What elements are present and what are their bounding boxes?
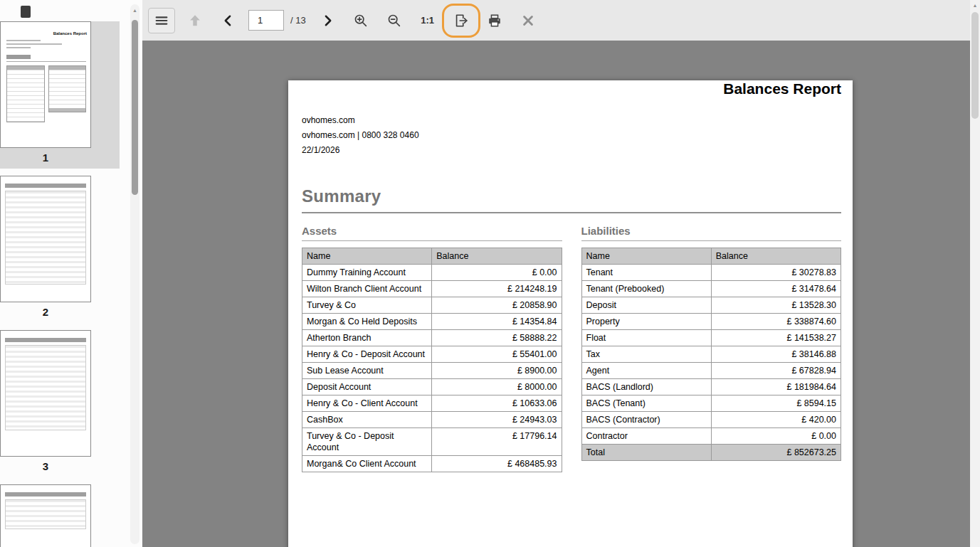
cell-name: Wilton Branch Client Account [302,281,432,297]
zoom-out-button[interactable] [381,8,408,33]
table-header-row: Name Balance [302,248,562,265]
table-row: Property£ 338874.60 [581,314,841,330]
report-viewer-window: Balances Report 1 [0,0,980,547]
table-row: Deposit Account£ 8000.00 [302,379,562,395]
thumbnail-page-4[interactable] [0,484,120,547]
cell-name: Morgan& Co Client Account [302,456,432,472]
cell-balance: £ 30278.83 [711,265,841,281]
thumbnail-page-number: 1 [0,148,91,169]
thumbnail-page-2[interactable]: 2 [0,176,120,323]
export-button[interactable] [448,8,475,33]
next-page-button[interactable] [314,8,341,33]
assets-heading: Assets [302,225,562,241]
thumb-mini-table [6,65,45,122]
cell-balance: £ 468485.93 [432,456,562,472]
thumbnail-page-1[interactable]: Balances Report 1 [0,21,120,169]
cell-balance: £ 338874.60 [711,314,841,330]
thumb-text-line [6,47,31,48]
liabilities-section: Liabilities Name Balance Tenant£ 30278.8… [581,225,842,472]
print-icon [487,13,502,28]
up-button[interactable] [181,8,209,33]
sidebar-scrollbar-thumb[interactable] [132,20,138,195]
thumbnail-page-number: 2 [0,302,91,323]
cell-balance: £ 214248.19 [432,281,562,297]
cell-name: Turvey & Co [302,297,432,314]
sidebar-scrollbar[interactable]: ▲ [130,4,139,544]
actual-size-label: 1:1 [421,15,434,26]
table-row: Turvey & Co£ 20858.90 [302,297,562,314]
arrow-up-icon [187,13,203,28]
table-row: Tax£ 38146.88 [581,346,841,363]
table-row: Morgan & Co Held Deposits£ 14354.84 [302,314,562,330]
cell-name: BACS (Tenant) [581,395,711,412]
cell-balance: £ 38146.88 [711,346,841,363]
cell-name: Atherton Branch [302,330,432,346]
viewer-scrollbar-thumb[interactable] [971,12,979,119]
table-row: BACS (Contractor)£ 420.00 [581,412,841,428]
cell-name: Tenant [581,265,711,281]
cell-balance: £ 58888.22 [432,330,562,346]
cell-balance: £ 141538.27 [711,330,841,346]
zoom-in-button[interactable] [347,8,374,33]
cell-balance: £ 67828.94 [711,363,841,379]
table-header-row: Name Balance [581,248,841,265]
report-website: ovhomes.com [302,113,841,128]
cell-name: CashBox [302,412,432,428]
table-row: Float£ 141538.27 [581,330,841,346]
menu-button[interactable] [148,8,175,33]
summary-heading: Summary [302,186,841,213]
table-row: BACS (Landlord)£ 181984.64 [581,379,841,395]
thumbnail-panel: Balances Report 1 [0,0,142,547]
cell-balance: £ 13528.30 [711,297,841,314]
thumb-rule [6,61,86,62]
table-row: Wilton Branch Client Account£ 214248.19 [302,281,562,297]
table-row: Tenant£ 30278.83 [581,265,841,281]
close-button[interactable] [515,8,542,33]
cell-name: Tenant (Prebooked) [581,281,711,297]
actual-size-button[interactable]: 1:1 [414,8,441,33]
thumb-heading-bar [6,55,31,59]
table-row: Atherton Branch£ 58888.22 [302,330,562,346]
cell-name: Contractor [581,428,711,445]
previous-page-button[interactable] [215,8,242,33]
viewer-toolbar: / 13 [142,0,980,41]
thumbnail-image [0,176,91,302]
cell-balance: £ 8000.00 [432,379,562,395]
chevron-left-icon [221,14,236,28]
thumb-heading-bar [5,184,86,188]
report-meta: ovhomes.com ovhomes.com | 0800 328 0460 … [302,113,841,158]
summary-columns: Assets Name Balance Dummy Training Accou… [302,225,841,472]
cell-balance: £ 20858.90 [432,297,562,314]
cell-name: Sub Lease Account [302,363,432,379]
chevron-right-icon [320,14,334,28]
report-date: 22/1/2026 [302,143,841,158]
document-viewer[interactable]: Balances Report ovhomes.com ovhomes.com … [142,41,980,547]
close-icon [521,14,535,28]
scroll-up-icon[interactable]: ▲ [130,4,139,14]
print-button[interactable] [481,8,508,33]
thumbnail-image [0,484,91,547]
thumb-mini-table [5,345,86,430]
report-title: Balances Report [302,80,841,97]
thumb-title-text: Balances Report [1,31,87,36]
cell-balance: £ 31478.64 [711,281,841,297]
thumbnail-page-3[interactable]: 3 [0,330,120,477]
table-row: Turvey & Co - Deposit Account£ 17796.14 [302,428,562,456]
column-header-name: Name [302,248,432,265]
cell-name: Henry & Co - Client Account [302,395,432,412]
viewer-main: / 13 [142,0,980,547]
scroll-up-icon[interactable]: ▲ [970,0,980,9]
cell-balance: £ 852673.25 [711,445,841,461]
column-header-balance: Balance [432,248,562,265]
assets-section: Assets Name Balance Dummy Training Accou… [302,225,562,472]
thumbnail-page-number: 3 [0,457,91,477]
table-row: Henry & Co - Client Account£ 10633.06 [302,395,562,412]
cell-balance: £ 420.00 [711,412,841,428]
cell-balance: £ 8900.00 [432,363,562,379]
page-number-input[interactable] [248,10,284,31]
viewer-scrollbar[interactable]: ▲ [970,0,980,547]
column-header-balance: Balance [711,248,841,265]
thumbnail-image: Balances Report [0,21,91,148]
page-count-label: / 13 [290,15,306,26]
cell-balance: £ 17796.14 [432,428,562,456]
